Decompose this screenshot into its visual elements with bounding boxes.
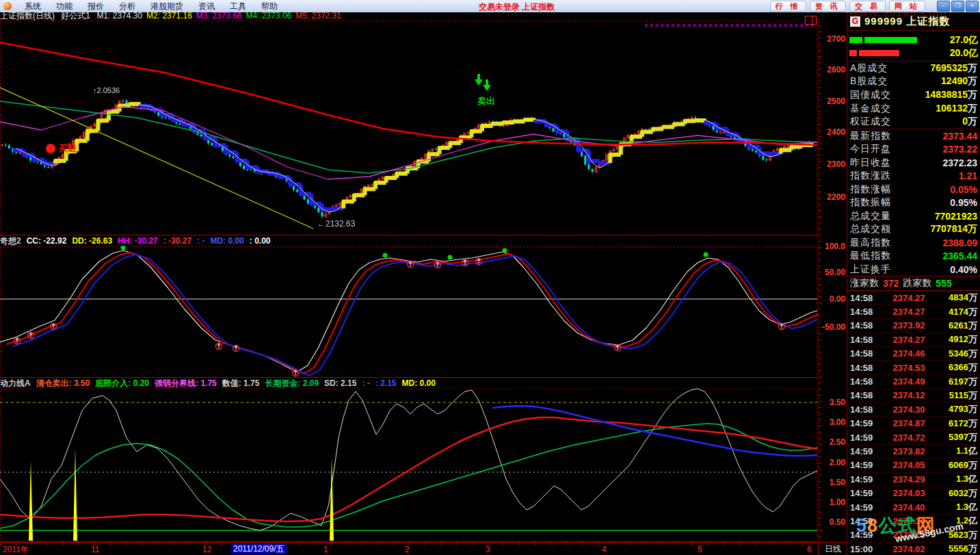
tick-time: 14:58 [850,348,879,359]
index-value: 1.21 [959,170,977,181]
turnover-unit: 万 [968,103,977,114]
index-label: 指数振幅 [850,196,950,209]
tick-row: 14:592374.401.3亿 [847,500,980,514]
tick-volume-number: 5115 [949,390,968,400]
tick-volume-unit: 万 [968,543,977,554]
index-row: 上证换手0.40% [847,263,980,276]
tick-volume-number: 6261 [949,320,968,331]
tick-row: 14:582374.274834万 [847,291,980,305]
tick-price: 2374.12 [879,390,939,400]
axis-tick-label: 2700 [827,35,845,43]
tick-price: 2374.27 [879,335,939,345]
tick-row: 14:582374.274174万 [847,305,980,319]
turnover-value: 106132万 [936,103,977,115]
turnover-unit: 万 [968,116,977,127]
tick-row: 14:582374.304793万 [847,403,980,417]
tick-time: 14:59 [850,446,879,456]
panel3-header-value: 长期资金: 2.09 [265,378,319,388]
tick-volume-number: 4912 [949,334,968,344]
volume-bar-value: 27.0亿 [944,34,978,47]
tick-row: 14:582374.536366万 [847,361,980,374]
tick-volume-unit: 万 [968,390,977,400]
turnover-row: 基金成交106132万 [847,102,980,116]
tick-price: 2373.82 [879,446,939,456]
date-tick-label: 6 [807,545,812,554]
tick-volume-number: 1.1 [956,446,968,456]
tick-volume: 1.3亿 [939,473,977,485]
index-row: 指数涨跌1.21 [847,169,980,183]
tick-price: 2374.02 [879,544,939,554]
index-label: 上证换手 [850,263,950,276]
axis-tick-label: 3.00 [830,418,845,426]
watermark-8: 8 [867,515,878,536]
index-row: 总成交额7707814万 [847,222,980,236]
panel3-header-value: SD: 2.15 [324,378,356,388]
turnover-number: 106132 [936,103,968,114]
window-minimize-button[interactable]: − [937,1,950,12]
tick-price: 2373.92 [879,320,939,331]
turnover-number: 12490 [941,75,968,86]
tick-price: 2374.27 [879,293,939,303]
index-label: 今日开盘 [850,143,942,155]
period-label[interactable]: 日线 [818,542,848,555]
topbar-button[interactable]: 交 易 [849,1,886,12]
tick-volume-number: 6197 [949,376,968,387]
panel3-header-value: 数值: 1.75 [222,378,260,388]
window-close-button[interactable]: × [966,1,979,12]
tick-volume-number: 5397 [949,432,968,442]
index-row: 总成交量77021923 [847,209,980,223]
buy-signal-label: 买进 [59,142,77,155]
tick-volume-number: 6366 [949,362,968,372]
tick-volume-number: 4834 [949,292,968,302]
axis-tick-label: 0.50 [830,518,845,526]
index-row: 昨日收盘2372.23 [847,156,980,170]
decliners-label: 跌家数 [903,277,931,289]
tick-volume-unit: 万 [968,320,977,331]
advancers-count: 372 [883,278,899,289]
turnover-unit: 万 [968,89,977,100]
sell-signal-label: 卖出 [477,95,495,107]
tick-volume-number: 4793 [949,404,968,414]
axis-tick-label: 1.00 [830,498,845,506]
tick-time: 14:58 [850,376,879,387]
panel3-header-value: 动力线A [0,378,31,388]
tick-time: 14:58 [850,363,879,373]
tick-price: 2374.05 [879,460,939,470]
watermark-5: 5 [856,515,867,536]
tick-row: 14:592374.036032万 [847,487,980,500]
tick-price: 2374.40 [879,502,939,513]
turnover-number: 7695325 [930,62,968,73]
tick-row: 14:582374.274912万 [847,333,980,347]
turnover-number: 14838815 [925,89,968,100]
tick-volume-unit: 亿 [968,502,977,512]
chart-canvas[interactable] [0,21,818,542]
turnover-value: 12490万 [941,75,977,88]
tick-volume-unit: 万 [968,404,977,414]
panel3-header: 动力线A清仓卖出: 3.50底部介入: 0.20强弱分界线: 1.75数值: 1… [0,378,818,388]
tick-price: 2374.53 [879,363,939,373]
tick-volume-unit: 亿 [968,446,977,456]
index-label: 总成交额 [850,223,930,235]
tick-price: 2374.87 [879,418,939,428]
topbar-button[interactable]: 资 讯 [810,1,846,12]
tick-time: 15:00 [850,544,879,554]
ma-values: M1: 2374.30M2: 2371.16M3: 2373.66M4: 237… [96,11,345,21]
turnover-unit: 万 [968,75,977,86]
axis-tick-label: -50.00 [822,323,845,331]
panel3-header-value: 强弱分界线: 1.75 [155,378,217,388]
index-value: 0.95% [950,197,977,208]
date-tick-label: 1 [323,545,328,554]
turnover-value: 0万 [962,116,977,128]
index-row: 最低指数2365.44 [847,249,980,263]
tick-time: 14:58 [850,307,879,317]
topbar-button[interactable]: 行 情 [770,1,806,12]
index-row: 指数涨幅0.05% [847,183,980,196]
axis-tick-label: 2600 [827,66,845,74]
topbar-button[interactable]: 网 站 [889,1,925,12]
index-value: 2372.23 [942,157,977,168]
tick-price: 2374.03 [879,488,939,498]
window-restore-button[interactable]: ❐ [951,1,964,12]
chart-title-row: 上证指数(日线) 好公式1 M1: 2374.30M2: 2371.16M3: … [0,12,818,21]
index-value: 0.40% [950,264,977,275]
tick-volume: 6032万 [939,487,977,500]
